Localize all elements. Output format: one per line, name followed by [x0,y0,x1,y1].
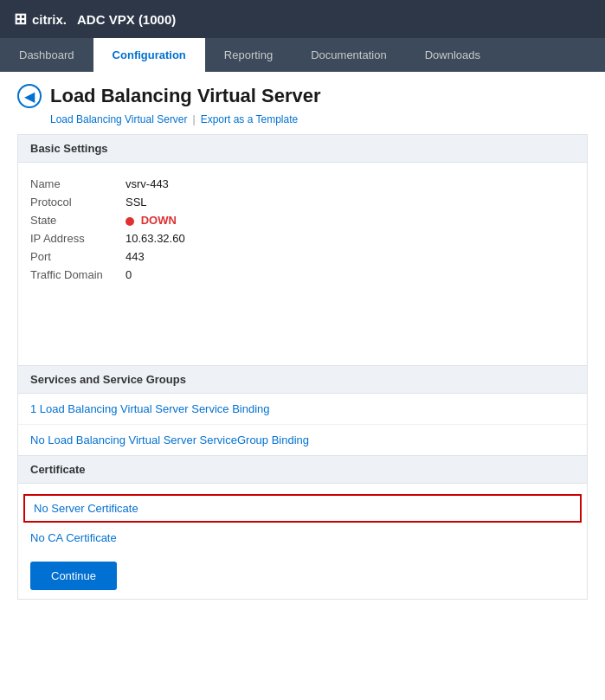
citrix-icon: ⊞ [14,10,27,29]
app-header: ⊞ citrix. ADC VPX (1000) [0,0,605,38]
field-ip: IP Address 10.63.32.60 [30,229,575,247]
tab-dashboard[interactable]: Dashboard [0,38,93,72]
breadcrumb-separator: | [193,113,196,125]
ca-certificate-text: No CA Certificate [30,531,117,544]
certificate-header: Certificate [18,456,587,484]
status-indicator [126,217,134,226]
field-ip-value: 10.63.32.60 [126,229,575,247]
ca-certificate-item[interactable]: No CA Certificate [18,526,587,549]
citrix-logo: ⊞ citrix. [14,10,67,29]
tab-downloads[interactable]: Downloads [406,38,499,72]
field-state: State DOWN [30,211,575,229]
field-protocol: Protocol SSL [30,193,575,211]
breadcrumb: Load Balancing Virtual Server | Export a… [17,112,588,134]
services-section: Services and Service Groups 1 Load Balan… [17,366,588,456]
page-header: ◀ Load Balancing Virtual Server [17,72,588,112]
field-name: Name vsrv-443 [30,175,575,193]
continue-button[interactable]: Continue [30,562,117,590]
server-certificate-item[interactable]: No Server Certificate [23,494,582,523]
field-port-key: Port [30,247,126,266]
field-traffic-domain: Traffic Domain 0 [30,266,575,284]
certificate-section: Certificate No Server Certificate No CA … [17,456,588,600]
spacer [30,284,575,353]
field-traffic-domain-key: Traffic Domain [30,266,126,284]
service-group-binding-link[interactable]: No Load Balancing Virtual Server Service… [30,433,309,446]
export-template-link[interactable]: Export as a Template [201,113,299,125]
service-binding-link[interactable]: 1 Load Balancing Virtual Server Service … [30,402,270,415]
state-text: DOWN [141,214,177,227]
basic-settings-table: Name vsrv-443 Protocol SSL State DOWN IP… [30,175,575,284]
basic-settings-header: Basic Settings [18,135,587,163]
field-ip-key: IP Address [30,229,126,247]
nav-tabs: Dashboard Configuration Reporting Docume… [0,38,605,72]
service-binding-item[interactable]: 1 Load Balancing Virtual Server Service … [18,394,587,425]
page-title: Load Balancing Virtual Server [50,85,321,107]
field-state-value: DOWN [126,211,575,229]
field-protocol-key: Protocol [30,193,126,211]
certificate-body: No Server Certificate No CA Certificate [18,484,587,553]
field-name-value: vsrv-443 [126,175,575,193]
tab-configuration[interactable]: Configuration [93,38,205,72]
field-protocol-value: SSL [126,193,575,211]
field-port-value: 443 [126,247,575,266]
continue-button-container: Continue [18,553,587,599]
page-content: ◀ Load Balancing Virtual Server Load Bal… [0,72,605,617]
services-header: Services and Service Groups [18,366,587,394]
tab-reporting[interactable]: Reporting [205,38,292,72]
field-state-key: State [30,211,126,229]
back-button[interactable]: ◀ [17,84,42,108]
basic-settings-section: Basic Settings Name vsrv-443 Protocol SS… [17,134,588,366]
field-traffic-domain-value: 0 [126,266,575,284]
tab-documentation[interactable]: Documentation [292,38,405,72]
breadcrumb-parent-link[interactable]: Load Balancing Virtual Server [50,113,188,125]
server-certificate-text: No Server Certificate [34,502,138,515]
app-title: ADC VPX (1000) [77,12,176,27]
basic-settings-body: Name vsrv-443 Protocol SSL State DOWN IP… [18,163,587,365]
field-port: Port 443 [30,247,575,266]
logo-text: citrix. [32,12,67,27]
field-name-key: Name [30,175,126,193]
service-group-binding-item[interactable]: No Load Balancing Virtual Server Service… [18,425,587,455]
